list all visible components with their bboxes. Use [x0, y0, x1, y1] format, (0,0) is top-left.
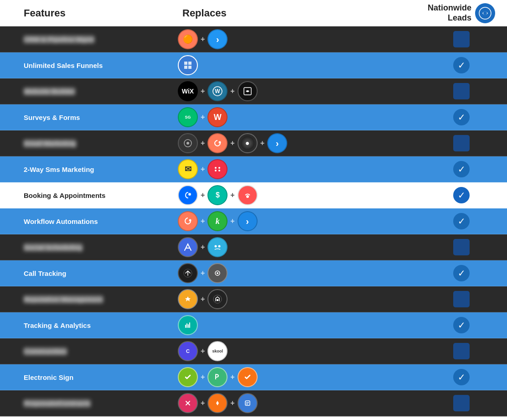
svg-point-21 — [218, 245, 221, 248]
svg-point-9 — [213, 165, 222, 173]
check-circle: ✓ — [453, 265, 470, 281]
check-circle: ✓ — [453, 57, 470, 73]
simplybook-logo — [238, 185, 258, 205]
leadpages-logo — [178, 55, 198, 75]
table-row: Surveys & Forms SG + W ✓ — [0, 104, 507, 130]
svg-point-25 — [217, 272, 218, 274]
logo-cell: 🟠 + › — [173, 26, 416, 52]
svg-rect-28 — [217, 299, 218, 301]
logo-cell: + + — [173, 364, 416, 390]
check-cell — [416, 31, 507, 47]
brand-icon — [475, 3, 495, 23]
svg-point-1 — [483, 11, 487, 15]
activecampaign-logo: ● — [238, 133, 258, 153]
svg-point-15 — [188, 193, 191, 196]
check-circle: ✓ — [453, 369, 470, 385]
feature-label: Website Builder — [0, 83, 173, 100]
check-circle: ✓ — [453, 109, 470, 125]
callrail-logo — [178, 263, 198, 283]
svg-point-18 — [189, 219, 191, 222]
logo-cell: + k + › — [173, 208, 416, 234]
check-cell — [416, 239, 507, 255]
feature-label: Email Marketing — [0, 135, 173, 152]
svg-point-37 — [243, 399, 252, 408]
twilio-logo — [207, 159, 228, 179]
feature-label: Communities — [0, 343, 173, 360]
brand-logo: Nationwide Leads — [428, 3, 495, 23]
logo-cell: + $ + — [173, 182, 416, 208]
comparison-table: Features Replaces Nationwide Leads — [0, 0, 507, 420]
wufoo-logo: W — [207, 107, 228, 127]
proposify-logo — [238, 367, 258, 387]
check-cell — [416, 83, 507, 99]
check-cell: ✓ — [416, 369, 507, 385]
pandadoc-logo — [207, 367, 228, 387]
hubspot-logo: 🟠 — [178, 29, 198, 49]
logo-cell: + — [173, 260, 416, 286]
feature-label: Surveys & Forms — [0, 109, 173, 126]
check-cell: ✓ — [416, 265, 507, 281]
svg-point-20 — [215, 245, 217, 248]
kartra-logo — [178, 237, 198, 257]
keap-logo: k — [207, 211, 228, 231]
skool-logo: skool — [207, 341, 228, 361]
check-square — [453, 135, 470, 151]
check-cell — [416, 291, 507, 307]
circle-logo: C — [178, 341, 198, 361]
table-row: 2-Way Sms Marketing ✉ + ✓ — [0, 156, 507, 182]
table-row: Unlimited Sales Funnels ✓ — [0, 52, 507, 78]
check-circle: ✓ — [453, 187, 470, 203]
feature-label: 2-Way Sms Marketing — [0, 161, 173, 178]
teamwork-logo — [207, 237, 228, 257]
header-replaces: Replaces — [173, 7, 416, 19]
feature-label: Social Scheduling — [0, 239, 173, 256]
header-row: Features Replaces Nationwide Leads — [0, 0, 507, 26]
logo-cell: WiX + W + — [173, 78, 416, 104]
svg-point-11 — [218, 167, 220, 169]
header-logo: Nationwide Leads — [416, 3, 507, 23]
feature-label: CRM & Pipeline Mgmt — [0, 31, 173, 48]
check-circle: ✓ — [453, 161, 470, 177]
clickfunnels-logo2: › — [267, 133, 287, 153]
wix-logo: WiX — [178, 81, 198, 101]
check-cell — [416, 135, 507, 151]
table-row: CRM & Pipeline Mgmt 🟠 + › — [0, 26, 507, 52]
check-square — [453, 239, 470, 255]
table-row: Workflow Automations + k + › ✓ — [0, 208, 507, 234]
gohighlevel-logo — [207, 393, 228, 413]
check-square — [453, 343, 470, 359]
svg-text:C: C — [186, 348, 190, 354]
svg-point-13 — [218, 170, 220, 171]
logo-cell: C + skool — [173, 338, 416, 364]
docusign-logo — [178, 367, 198, 387]
logo-cell — [173, 52, 416, 78]
svg-point-10 — [215, 167, 217, 169]
birdeye-logo — [178, 289, 198, 309]
logo1 — [178, 133, 198, 153]
logo-cell — [173, 312, 416, 338]
svg-point-19 — [213, 243, 222, 252]
hubspot-logo2 — [207, 133, 228, 153]
wordpress-logo: W — [207, 81, 228, 101]
check-cell: ✓ — [416, 57, 507, 73]
feature-label: Workflow Automations — [0, 213, 173, 230]
surveymonkey-logo: SG — [178, 107, 198, 127]
feature-label: Tracking & Analytics — [0, 317, 173, 334]
clickfunnels-logo: › — [207, 29, 228, 49]
brand-name: Nationwide Leads — [428, 3, 471, 23]
feature-label: Reputation Management — [0, 291, 173, 308]
svg-point-12 — [215, 170, 217, 171]
check-cell: ✓ — [416, 213, 507, 229]
check-cell — [416, 395, 507, 411]
table-row: Reputation Management + — [0, 286, 507, 312]
feature-label: Booking & Appointments — [0, 187, 173, 204]
table-row: Call Tracking + ✓ — [0, 260, 507, 286]
table-row: Proposals/Contracts + + — [0, 390, 507, 416]
header-features: Features — [0, 7, 173, 19]
table-row: Social Scheduling + — [0, 234, 507, 260]
check-circle: ✓ — [453, 317, 470, 333]
logo-cell: + — [173, 234, 416, 260]
agencyanalytics-logo — [178, 315, 198, 335]
feature-label: Unlimited Sales Funnels — [0, 57, 173, 74]
calltracking-logo — [207, 263, 228, 283]
